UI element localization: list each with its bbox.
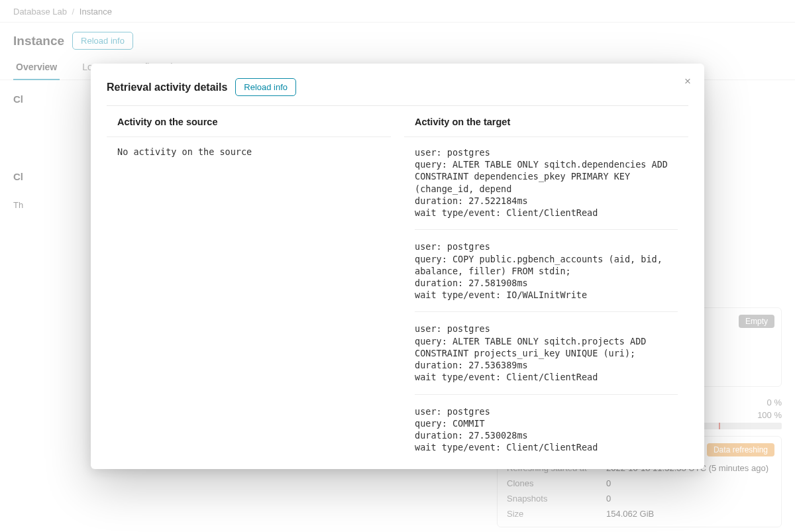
activity-target-header: Activity on the target xyxy=(404,106,688,137)
activity-source-col: Activity on the source No activity on th… xyxy=(107,106,391,464)
modal-title: Retrieval activity details xyxy=(107,81,227,93)
activity-target-entry: user: postgres query: ALTER TABLE ONLY s… xyxy=(415,146,678,230)
modal-retrieval-activity: × Retrieval activity details Reload info… xyxy=(91,64,704,469)
activity-source-header: Activity on the source xyxy=(107,106,391,137)
modal-title-row: Retrieval activity details Reload info xyxy=(107,78,688,106)
activity-source-none: No activity on the source xyxy=(117,146,380,157)
modal-reload-button[interactable]: Reload info xyxy=(235,78,296,96)
activity-target-entry: user: postgres query: COMMIT duration: 2… xyxy=(415,405,678,464)
activity-columns: Activity on the source No activity on th… xyxy=(107,106,688,464)
activity-target-body: user: postgres query: ALTER TABLE ONLY s… xyxy=(404,137,688,464)
activity-target-col: Activity on the target user: postgres qu… xyxy=(404,106,688,464)
modal-overlay[interactable]: × Retrieval activity details Reload info… xyxy=(0,0,795,532)
close-icon[interactable]: × xyxy=(684,76,691,87)
activity-target-entry: user: postgres query: ALTER TABLE ONLY s… xyxy=(415,323,678,394)
activity-target-entry: user: postgres query: COPY public.pgbenc… xyxy=(415,240,678,312)
